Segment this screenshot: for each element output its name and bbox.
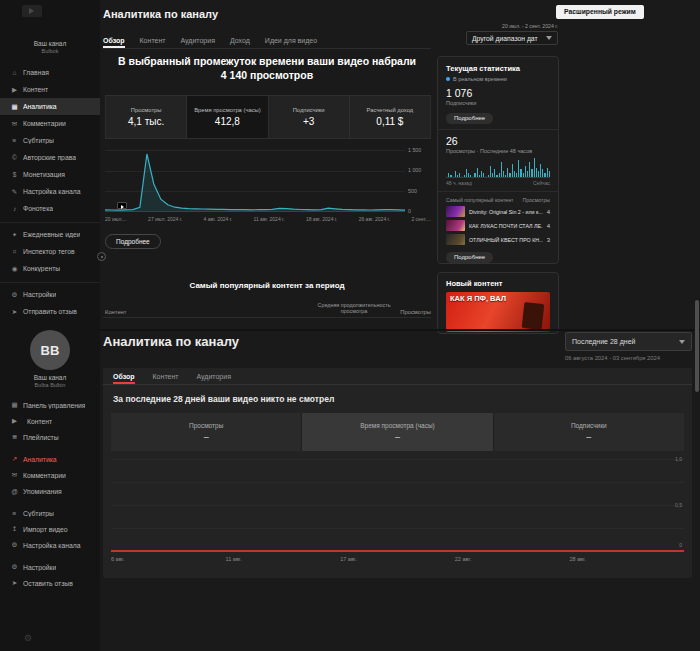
scrollbar-thumb[interactable] (695, 300, 699, 392)
metric-revenue[interactable]: Расчетный доход 0,11 $ (350, 96, 430, 138)
new-content-thumbnail[interactable]: КАК Я ПФ, ВАЛ (446, 292, 550, 332)
sidebar-item-audio-library[interactable]: ♪Фонотека (0, 200, 100, 217)
realtime-bar (514, 171, 515, 177)
sidebar-item-label: Импорт видео (23, 526, 68, 533)
realtime-more-button[interactable]: Подробнее (446, 113, 493, 124)
tab-revenue[interactable]: Доход (230, 33, 250, 48)
divider (438, 129, 558, 130)
sidebar-item-monetization[interactable]: $Монетизация (0, 166, 100, 183)
sidebar-item-feedback-2[interactable]: ➤Оставить отзыв (0, 575, 100, 591)
tab-overview[interactable]: Обзор (103, 33, 125, 48)
metric-subscribers[interactable]: Подписчики +3 (269, 96, 350, 138)
home-icon: ⌂ (10, 69, 19, 76)
tab-content[interactable]: Контент (140, 33, 166, 48)
sidebar-item-channel-settings[interactable]: ⚙Настройка канала (0, 537, 100, 553)
sidebar-item-playlists[interactable]: ≣Плейлисты (0, 429, 100, 445)
play-icon: ▶ (10, 417, 19, 425)
advanced-mode-button[interactable]: Расширенный режим (556, 5, 644, 19)
analytics-icon: ↗ (10, 455, 19, 463)
gridline (111, 505, 684, 506)
realtime-bar (512, 164, 513, 177)
metric-label: Подписчики (569, 422, 609, 429)
sidebar-menu-footer: ⚙Настройки ➤Отправить отзыв (0, 282, 100, 320)
gridline (111, 482, 684, 483)
metric-views-2[interactable]: Просмотры – (111, 413, 302, 451)
tab-video-ideas[interactable]: Идеи для видео (265, 33, 317, 48)
mentions-icon: @ (10, 488, 19, 495)
date-range-picker[interactable]: Другой диапазон дат (466, 31, 558, 45)
gear-icon: ⚙ (10, 541, 19, 549)
metric-watch-time[interactable]: Время просмотра (часы) 412,8 (187, 96, 268, 138)
sidebar-item-customization[interactable]: ✎Настройка канала (0, 183, 100, 200)
video-row[interactable]: Divinity: Original Sin 2 - или к... 4 (446, 206, 550, 217)
x-tick: 17 авг. (340, 556, 455, 562)
date-range-dropdown[interactable]: Последние 28 дней (565, 332, 692, 351)
tab-audience-2[interactable]: Аудитория (196, 368, 230, 384)
top-content-label: Самый популярный контент (446, 197, 513, 203)
sidebar-item-label: Комментарии (23, 120, 66, 127)
sidebar-item-competitors[interactable]: ◉Конкуренты (0, 260, 100, 277)
axis-right-label: Сейчас (533, 180, 550, 186)
sidebar-item-dashboard[interactable]: ▦Панель управления (0, 397, 100, 413)
sidebar-item-label: Ежедневные идеи (23, 231, 80, 238)
realtime-more-button-2[interactable]: Подробнее (446, 252, 493, 263)
realtime-bar (459, 173, 460, 177)
realtime-bar (490, 166, 491, 177)
realtime-bar (501, 162, 502, 177)
sidebar-item-label: Конкуренты (23, 265, 60, 272)
sidebar-item-label: Упоминания (23, 488, 62, 495)
ideas-icon: ✦ (10, 231, 19, 239)
sidebar-item-label: Плейлисты (23, 434, 59, 441)
zero-baseline (111, 550, 684, 552)
bottom-gear-icon[interactable]: ⚙ (24, 633, 32, 643)
tab-content-2[interactable]: Контент (153, 368, 179, 384)
sidebar-item-content-2[interactable]: ▶Контент (0, 413, 100, 429)
tab-overview-2[interactable]: Обзор (113, 368, 135, 384)
video-row[interactable]: ОТЛИЧНЫЙ КВЕСТ ПРО КН... 3 (446, 234, 550, 245)
x-tick: 18 авг. 2024 г. (306, 216, 338, 222)
avatar[interactable]: BB (30, 330, 70, 370)
sidebar-item-home[interactable]: ⌂Главная (0, 64, 100, 81)
realtime-bar (455, 171, 456, 177)
sidebar-item-comments[interactable]: ✉Комментарии (0, 115, 100, 132)
realtime-bar (534, 158, 535, 177)
sidebar-item-content[interactable]: ▶Контент (0, 81, 100, 98)
sidebar-item-subtitles[interactable]: ≡Субтитры (0, 132, 100, 149)
y-tick: 0 (408, 208, 411, 214)
sidebar-item-video-import[interactable]: ↥Импорт видео (0, 521, 100, 537)
metric-value: – (395, 432, 400, 442)
gridline (111, 528, 684, 529)
video-row[interactable]: КАК ЛУКАС ПОЧТИ СТАЛ ЛЕ... 4 (446, 220, 550, 231)
sidebar-item-comments-2[interactable]: ✉Комментарии (0, 467, 100, 483)
metric-views[interactable]: Просмотры 4,1 тыс. (106, 96, 187, 138)
sidebar-item-settings[interactable]: ⚙Настройки (0, 286, 100, 303)
app-sidebar: Ваш канал Bulbok ⌂Главная ▶Контент ▦Анал… (0, 0, 100, 651)
realtime-bar (492, 173, 493, 177)
sidebar-item-daily-ideas[interactable]: ✦Ежедневные идеи (0, 226, 100, 243)
subtitles-icon: ≡ (10, 510, 19, 517)
x-tick: 6 авг. (111, 556, 226, 562)
metric-watch-time-2[interactable]: Время просмотра (часы) – (302, 413, 493, 451)
sidebar-item-analytics-2[interactable]: ↗Аналитика (0, 451, 100, 467)
x-axis-labels: 20 июл.... 27 июл. 2024 г. 4 авг. 2024 г… (105, 216, 431, 222)
tab-audience[interactable]: Аудитория (180, 33, 214, 48)
metric-label: Время просмотра (часы) (192, 107, 263, 113)
metric-subscribers-2[interactable]: Подписчики – (494, 413, 684, 451)
sidebar-item-subtitles-2[interactable]: ≡Субтитры (0, 505, 100, 521)
sidebar-item-send-feedback[interactable]: ➤Отправить отзыв (0, 303, 100, 320)
tag-inspector-icon: ⌗ (10, 248, 19, 256)
video-thumbnail (446, 206, 465, 217)
overview-line-svg (105, 150, 405, 212)
sidebar-item-mentions[interactable]: @Упоминания (0, 483, 100, 499)
realtime-title: Текущая статистика (446, 64, 550, 73)
sidebar-item-settings-2[interactable]: ⚙Настройки (0, 559, 100, 575)
y-tick: 500 (408, 188, 417, 194)
see-more-button[interactable]: Подробнее (105, 234, 161, 249)
sidebar-item-copyright[interactable]: ©Авторские права (0, 149, 100, 166)
extension-badge-icon[interactable] (97, 252, 106, 261)
gear-icon: ⚙ (10, 563, 19, 571)
sidebar-item-analytics[interactable]: ▦Аналитика (0, 98, 100, 115)
published-video-marker-icon[interactable] (117, 202, 127, 209)
studio-logo-icon[interactable] (22, 5, 42, 17)
sidebar-item-tag-inspector[interactable]: ⌗Инспектор тегов (0, 243, 100, 260)
